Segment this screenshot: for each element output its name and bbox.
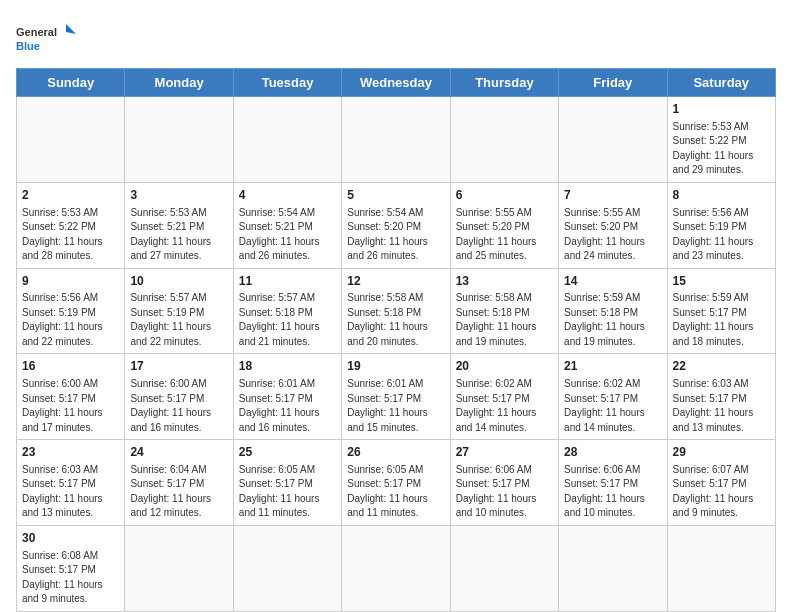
calendar-day-cell: 8Sunrise: 5:56 AM Sunset: 5:19 PM Daylig… bbox=[667, 182, 775, 268]
day-number: 24 bbox=[130, 444, 227, 461]
calendar-day-cell: 26Sunrise: 6:05 AM Sunset: 5:17 PM Dayli… bbox=[342, 440, 450, 526]
day-number: 30 bbox=[22, 530, 119, 547]
calendar-week-row: 1Sunrise: 5:53 AM Sunset: 5:22 PM Daylig… bbox=[17, 97, 776, 183]
day-info: Sunrise: 6:03 AM Sunset: 5:17 PM Dayligh… bbox=[673, 377, 770, 435]
calendar-day-cell: 4Sunrise: 5:54 AM Sunset: 5:21 PM Daylig… bbox=[233, 182, 341, 268]
day-info: Sunrise: 6:01 AM Sunset: 5:17 PM Dayligh… bbox=[347, 377, 444, 435]
calendar-day-cell bbox=[559, 97, 667, 183]
day-info: Sunrise: 5:59 AM Sunset: 5:17 PM Dayligh… bbox=[673, 291, 770, 349]
calendar-week-row: 30Sunrise: 6:08 AM Sunset: 5:17 PM Dayli… bbox=[17, 525, 776, 611]
calendar-day-cell bbox=[233, 525, 341, 611]
day-info: Sunrise: 6:05 AM Sunset: 5:17 PM Dayligh… bbox=[347, 463, 444, 521]
day-number: 23 bbox=[22, 444, 119, 461]
calendar-day-cell: 5Sunrise: 5:54 AM Sunset: 5:20 PM Daylig… bbox=[342, 182, 450, 268]
day-info: Sunrise: 5:55 AM Sunset: 5:20 PM Dayligh… bbox=[456, 206, 553, 264]
day-number: 21 bbox=[564, 358, 661, 375]
calendar-day-cell: 13Sunrise: 5:58 AM Sunset: 5:18 PM Dayli… bbox=[450, 268, 558, 354]
day-of-week-header: Monday bbox=[125, 69, 233, 97]
day-info: Sunrise: 5:53 AM Sunset: 5:22 PM Dayligh… bbox=[22, 206, 119, 264]
day-number: 11 bbox=[239, 273, 336, 290]
day-number: 1 bbox=[673, 101, 770, 118]
day-of-week-header: Thursday bbox=[450, 69, 558, 97]
calendar-day-cell: 12Sunrise: 5:58 AM Sunset: 5:18 PM Dayli… bbox=[342, 268, 450, 354]
day-of-week-header: Wednesday bbox=[342, 69, 450, 97]
calendar-week-row: 16Sunrise: 6:00 AM Sunset: 5:17 PM Dayli… bbox=[17, 354, 776, 440]
logo: General Blue bbox=[16, 16, 76, 60]
calendar-day-cell: 17Sunrise: 6:00 AM Sunset: 5:17 PM Dayli… bbox=[125, 354, 233, 440]
calendar-day-cell: 7Sunrise: 5:55 AM Sunset: 5:20 PM Daylig… bbox=[559, 182, 667, 268]
day-info: Sunrise: 6:04 AM Sunset: 5:17 PM Dayligh… bbox=[130, 463, 227, 521]
day-info: Sunrise: 5:53 AM Sunset: 5:21 PM Dayligh… bbox=[130, 206, 227, 264]
calendar-day-cell: 23Sunrise: 6:03 AM Sunset: 5:17 PM Dayli… bbox=[17, 440, 125, 526]
day-number: 4 bbox=[239, 187, 336, 204]
day-info: Sunrise: 5:58 AM Sunset: 5:18 PM Dayligh… bbox=[347, 291, 444, 349]
calendar-day-cell: 2Sunrise: 5:53 AM Sunset: 5:22 PM Daylig… bbox=[17, 182, 125, 268]
svg-marker-2 bbox=[66, 24, 76, 34]
day-number: 9 bbox=[22, 273, 119, 290]
calendar-table: SundayMondayTuesdayWednesdayThursdayFrid… bbox=[16, 68, 776, 612]
day-info: Sunrise: 6:02 AM Sunset: 5:17 PM Dayligh… bbox=[564, 377, 661, 435]
calendar-day-cell bbox=[233, 97, 341, 183]
calendar-day-cell: 20Sunrise: 6:02 AM Sunset: 5:17 PM Dayli… bbox=[450, 354, 558, 440]
calendar-day-cell bbox=[125, 525, 233, 611]
day-info: Sunrise: 6:05 AM Sunset: 5:17 PM Dayligh… bbox=[239, 463, 336, 521]
day-info: Sunrise: 6:07 AM Sunset: 5:17 PM Dayligh… bbox=[673, 463, 770, 521]
day-number: 3 bbox=[130, 187, 227, 204]
day-info: Sunrise: 6:03 AM Sunset: 5:17 PM Dayligh… bbox=[22, 463, 119, 521]
day-info: Sunrise: 6:06 AM Sunset: 5:17 PM Dayligh… bbox=[564, 463, 661, 521]
logo-svg: General Blue bbox=[16, 20, 76, 60]
calendar-week-row: 2Sunrise: 5:53 AM Sunset: 5:22 PM Daylig… bbox=[17, 182, 776, 268]
calendar-day-cell: 6Sunrise: 5:55 AM Sunset: 5:20 PM Daylig… bbox=[450, 182, 558, 268]
day-number: 10 bbox=[130, 273, 227, 290]
day-number: 15 bbox=[673, 273, 770, 290]
day-info: Sunrise: 5:56 AM Sunset: 5:19 PM Dayligh… bbox=[673, 206, 770, 264]
calendar-day-cell bbox=[450, 97, 558, 183]
day-info: Sunrise: 5:57 AM Sunset: 5:19 PM Dayligh… bbox=[130, 291, 227, 349]
calendar-day-cell bbox=[559, 525, 667, 611]
day-of-week-header: Friday bbox=[559, 69, 667, 97]
day-info: Sunrise: 6:08 AM Sunset: 5:17 PM Dayligh… bbox=[22, 549, 119, 607]
calendar-day-cell: 30Sunrise: 6:08 AM Sunset: 5:17 PM Dayli… bbox=[17, 525, 125, 611]
day-number: 29 bbox=[673, 444, 770, 461]
day-number: 27 bbox=[456, 444, 553, 461]
day-info: Sunrise: 6:00 AM Sunset: 5:17 PM Dayligh… bbox=[130, 377, 227, 435]
calendar-header-row: SundayMondayTuesdayWednesdayThursdayFrid… bbox=[17, 69, 776, 97]
calendar-day-cell bbox=[342, 525, 450, 611]
calendar-day-cell: 10Sunrise: 5:57 AM Sunset: 5:19 PM Dayli… bbox=[125, 268, 233, 354]
day-number: 18 bbox=[239, 358, 336, 375]
calendar-day-cell bbox=[450, 525, 558, 611]
calendar-day-cell: 25Sunrise: 6:05 AM Sunset: 5:17 PM Dayli… bbox=[233, 440, 341, 526]
day-number: 20 bbox=[456, 358, 553, 375]
day-info: Sunrise: 5:53 AM Sunset: 5:22 PM Dayligh… bbox=[673, 120, 770, 178]
calendar-day-cell: 24Sunrise: 6:04 AM Sunset: 5:17 PM Dayli… bbox=[125, 440, 233, 526]
day-number: 19 bbox=[347, 358, 444, 375]
day-of-week-header: Tuesday bbox=[233, 69, 341, 97]
day-info: Sunrise: 6:02 AM Sunset: 5:17 PM Dayligh… bbox=[456, 377, 553, 435]
day-number: 26 bbox=[347, 444, 444, 461]
day-number: 7 bbox=[564, 187, 661, 204]
day-info: Sunrise: 5:59 AM Sunset: 5:18 PM Dayligh… bbox=[564, 291, 661, 349]
calendar-day-cell: 11Sunrise: 5:57 AM Sunset: 5:18 PM Dayli… bbox=[233, 268, 341, 354]
day-info: Sunrise: 5:54 AM Sunset: 5:20 PM Dayligh… bbox=[347, 206, 444, 264]
calendar-day-cell bbox=[667, 525, 775, 611]
day-number: 22 bbox=[673, 358, 770, 375]
day-info: Sunrise: 5:56 AM Sunset: 5:19 PM Dayligh… bbox=[22, 291, 119, 349]
day-info: Sunrise: 5:58 AM Sunset: 5:18 PM Dayligh… bbox=[456, 291, 553, 349]
calendar-day-cell: 16Sunrise: 6:00 AM Sunset: 5:17 PM Dayli… bbox=[17, 354, 125, 440]
calendar-day-cell: 14Sunrise: 5:59 AM Sunset: 5:18 PM Dayli… bbox=[559, 268, 667, 354]
day-number: 16 bbox=[22, 358, 119, 375]
day-info: Sunrise: 6:06 AM Sunset: 5:17 PM Dayligh… bbox=[456, 463, 553, 521]
day-info: Sunrise: 5:54 AM Sunset: 5:21 PM Dayligh… bbox=[239, 206, 336, 264]
calendar-week-row: 9Sunrise: 5:56 AM Sunset: 5:19 PM Daylig… bbox=[17, 268, 776, 354]
day-number: 5 bbox=[347, 187, 444, 204]
day-number: 28 bbox=[564, 444, 661, 461]
calendar-day-cell: 29Sunrise: 6:07 AM Sunset: 5:17 PM Dayli… bbox=[667, 440, 775, 526]
day-number: 6 bbox=[456, 187, 553, 204]
calendar-day-cell: 1Sunrise: 5:53 AM Sunset: 5:22 PM Daylig… bbox=[667, 97, 775, 183]
day-number: 25 bbox=[239, 444, 336, 461]
calendar-day-cell: 15Sunrise: 5:59 AM Sunset: 5:17 PM Dayli… bbox=[667, 268, 775, 354]
calendar-day-cell: 21Sunrise: 6:02 AM Sunset: 5:17 PM Dayli… bbox=[559, 354, 667, 440]
calendar-day-cell: 18Sunrise: 6:01 AM Sunset: 5:17 PM Dayli… bbox=[233, 354, 341, 440]
day-number: 13 bbox=[456, 273, 553, 290]
calendar-day-cell: 27Sunrise: 6:06 AM Sunset: 5:17 PM Dayli… bbox=[450, 440, 558, 526]
